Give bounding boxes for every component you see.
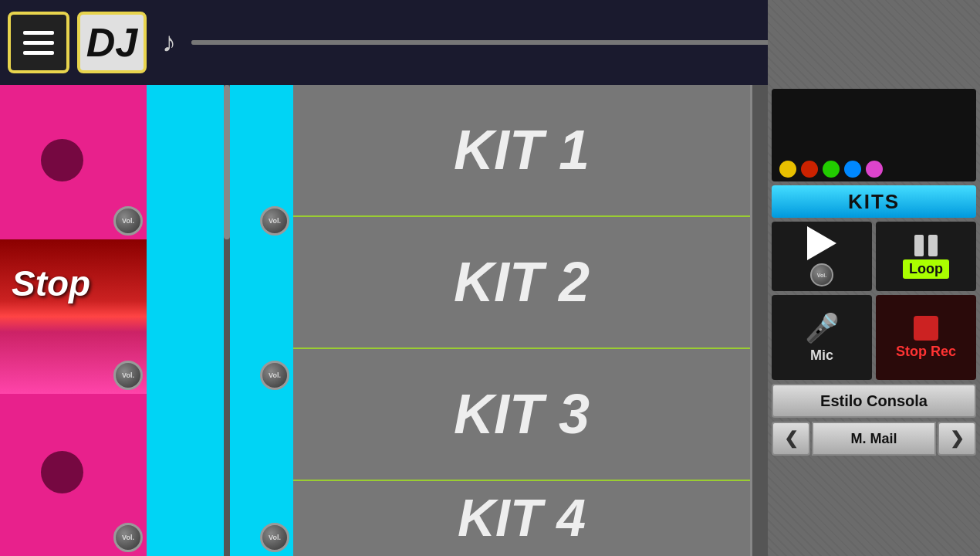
mmail-row: ❮ M. Mail ❯	[772, 422, 976, 456]
kit-item-3[interactable]: KIT 3	[293, 349, 750, 481]
mic-button[interactable]: 🎤 Mic	[772, 295, 872, 380]
loop-label[interactable]: Loop	[903, 259, 949, 279]
dot-red[interactable]	[801, 161, 818, 178]
transport-row: Loop	[772, 222, 976, 291]
pause-bar-right	[928, 235, 938, 256]
transport-vol-knob[interactable]	[810, 263, 833, 286]
play-button[interactable]	[772, 222, 872, 291]
pause-bar-left	[914, 235, 924, 256]
scrollbar[interactable]	[224, 85, 230, 556]
mic-stoprec-row: 🎤 Mic Stop Rec	[772, 295, 976, 380]
dot-green[interactable]	[823, 161, 840, 178]
mmail-label: M. Mail	[812, 422, 936, 456]
mic-icon: 🎤	[805, 312, 840, 344]
pad-r2c2[interactable]	[147, 239, 293, 394]
vol-knob-r2c2[interactable]	[260, 361, 289, 390]
dot-pink[interactable]	[866, 161, 883, 178]
kit-item-1[interactable]: KIT 1	[293, 85, 750, 217]
vol-knob-r1c1[interactable]	[113, 206, 143, 236]
kit-item-2[interactable]: KIT 2	[293, 217, 750, 349]
pause-icon	[914, 235, 938, 256]
note-icon: ♪	[162, 26, 176, 59]
mic-label: Mic	[810, 348, 833, 364]
pad-stop[interactable]: Stop	[0, 239, 147, 394]
scrollbar-thumb[interactable]	[224, 85, 230, 239]
slider-fill	[191, 40, 806, 45]
pad-r3c2[interactable]	[147, 394, 293, 556]
pad-r3c1[interactable]	[0, 394, 147, 556]
vol-knob-r1c2[interactable]	[260, 206, 289, 236]
vol-knob-r3c1[interactable]	[113, 523, 143, 552]
estilo-button[interactable]: Estilo Consola	[772, 384, 976, 418]
color-dots	[779, 161, 883, 178]
kit-item-4[interactable]: KIT 4	[293, 481, 750, 556]
vol-knob-r3c2[interactable]	[260, 523, 289, 552]
kits-button[interactable]: KITS	[772, 185, 976, 218]
nav-right-button[interactable]: ❯	[938, 422, 976, 456]
play-icon	[807, 226, 836, 260]
display-area	[772, 89, 976, 181]
stop-rec-icon	[914, 316, 938, 341]
stop-label: Stop	[12, 263, 90, 304]
dot-blue[interactable]	[844, 161, 861, 178]
loop-button[interactable]: Loop	[876, 222, 976, 291]
stoprec-label: Stop Rec	[896, 344, 956, 360]
vol-knob-stop[interactable]	[113, 361, 143, 390]
pad-r1c1[interactable]	[0, 85, 147, 239]
hamburger-icon	[23, 31, 54, 55]
dot-yellow[interactable]	[779, 161, 796, 178]
right-panel-content: KITS Loop 🎤 Mic Stop Rec Estilo Consola …	[768, 85, 980, 556]
stoprec-button[interactable]: Stop Rec	[876, 295, 976, 380]
menu-button[interactable]	[8, 12, 69, 73]
pad-r1c2[interactable]	[147, 85, 293, 239]
dj-button[interactable]: DJ	[77, 12, 147, 73]
nav-left-button[interactable]: ❮	[772, 422, 810, 456]
